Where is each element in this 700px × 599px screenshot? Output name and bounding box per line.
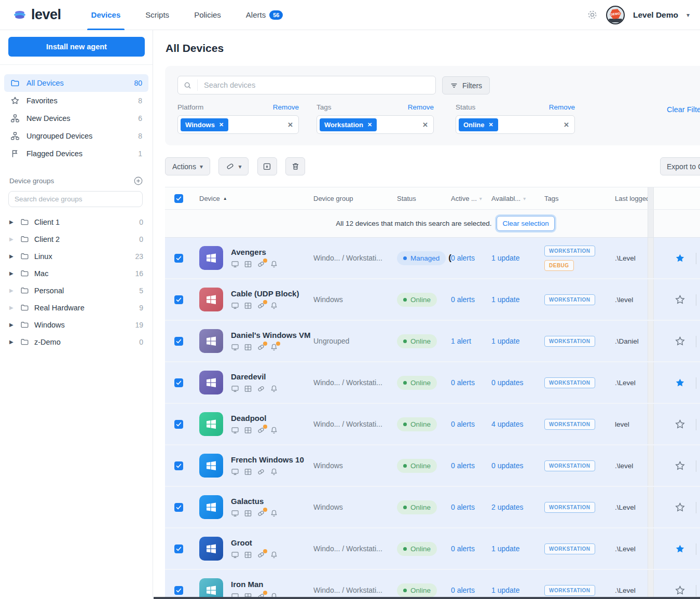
remote-screen-icon[interactable] <box>231 468 239 476</box>
updates-link[interactable]: 1 update <box>491 254 520 262</box>
chip-remove-icon[interactable]: ✕ <box>219 121 224 128</box>
table-row[interactable]: Daredevil Windo... / Workstati... Online… <box>165 362 700 404</box>
clear-select-icon[interactable]: ✕ <box>422 121 428 129</box>
updates-link[interactable]: 4 updates <box>491 420 524 428</box>
select-all-checkbox[interactable] <box>174 194 183 203</box>
alerts-link[interactable]: 0 alerts <box>451 295 475 304</box>
sidebar-item-new-devices[interactable]: New Devices 6 <box>4 110 148 127</box>
table-row[interactable]: Cable (UDP Block) Windows Online( 0 aler… <box>165 279 700 321</box>
updates-link[interactable]: 1 update <box>491 586 520 594</box>
favorite-star-icon[interactable] <box>675 377 685 388</box>
tab-policies[interactable]: Policies <box>194 0 221 30</box>
favorite-star-icon[interactable] <box>675 294 685 305</box>
device-group-item[interactable]: ▶ Windows 19 <box>0 316 153 333</box>
device-name[interactable]: Daredevil <box>231 372 278 381</box>
sidebar-item-flagged-devices[interactable]: Flagged Devices 1 <box>4 145 148 162</box>
row-checkbox[interactable] <box>174 461 183 470</box>
column-device[interactable]: Device <box>199 195 220 202</box>
filters-button[interactable]: Filters <box>442 76 490 94</box>
install-new-agent-button[interactable]: Install new agent <box>8 37 145 57</box>
device-group-item[interactable]: ▶ Client 2 0 <box>0 230 153 248</box>
caret-right-icon[interactable]: ▶ <box>9 288 15 293</box>
device-name[interactable]: Avengers <box>231 248 278 256</box>
alerts-link[interactable]: 0 alerts <box>451 586 475 594</box>
caret-right-icon[interactable]: ▶ <box>9 220 15 225</box>
patch-icon[interactable] <box>257 385 265 393</box>
alerts-link[interactable]: 0 alerts <box>451 544 475 553</box>
column-tags[interactable]: Tags <box>544 195 558 202</box>
favorite-star-icon[interactable] <box>675 419 685 430</box>
group-search-input[interactable] <box>8 191 143 207</box>
table-row[interactable]: Iron Man Windo... / Workstati... Online(… <box>165 570 700 599</box>
tab-devices[interactable]: Devices <box>91 0 121 30</box>
remote-screen-icon[interactable] <box>231 302 239 310</box>
favorite-star-icon[interactable] <box>675 543 685 554</box>
filter-chip[interactable]: Online✕ <box>459 118 498 131</box>
updates-link[interactable]: 0 updates <box>491 378 524 387</box>
sidebar-item-favorites[interactable]: Favorites 8 <box>4 92 148 110</box>
column-active-alerts[interactable]: Active ... <box>451 195 477 202</box>
device-name[interactable]: Groot <box>231 538 278 547</box>
caret-right-icon[interactable]: ▶ <box>9 322 15 328</box>
column-device-group[interactable]: Device group <box>313 195 353 202</box>
chip-remove-icon[interactable]: ✕ <box>367 121 372 128</box>
alerts-bell-icon[interactable] <box>270 551 278 559</box>
alerts-bell-icon[interactable] <box>270 468 278 476</box>
tab-alerts[interactable]: Alerts56 <box>246 0 283 30</box>
device-group-item[interactable]: ▶ Mac 16 <box>0 265 153 282</box>
device-name[interactable]: Deadpool <box>231 414 278 423</box>
alerts-bell-icon[interactable] <box>270 426 278 434</box>
favorite-star-icon[interactable] <box>675 585 685 596</box>
row-checkbox[interactable] <box>174 378 183 387</box>
alerts-bell-icon[interactable] <box>270 343 278 351</box>
table-row[interactable]: Daniel's Windows VM Ungrouped Online( 1 … <box>165 321 700 362</box>
updates-link[interactable]: 1 update <box>491 544 520 553</box>
patch-icon[interactable] <box>257 260 265 268</box>
favorite-star-icon[interactable] <box>675 253 685 264</box>
remove-filter-link[interactable]: Remove <box>549 103 575 111</box>
alerts-link[interactable]: 1 alert <box>451 337 471 345</box>
device-name[interactable]: Daniel's Windows VM <box>231 331 309 339</box>
remote-screen-icon[interactable] <box>231 260 239 268</box>
remote-screen-icon[interactable] <box>231 551 239 559</box>
column-available-updates[interactable]: Availabl... <box>491 195 520 202</box>
alerts-link[interactable]: 0 alerts <box>451 378 475 387</box>
status-select[interactable]: Online✕ ✕ <box>456 115 575 134</box>
edit-tags-button[interactable]: ▾ <box>218 157 249 175</box>
alerts-link[interactable]: 0 alerts <box>451 420 475 428</box>
remove-filter-link[interactable]: Remove <box>273 103 299 111</box>
move-to-group-button[interactable] <box>257 157 277 175</box>
device-group-item[interactable]: ▶ Real Hardware 9 <box>0 299 153 316</box>
device-search-input[interactable] <box>198 81 435 89</box>
patch-icon[interactable] <box>257 468 265 476</box>
column-status[interactable]: Status <box>397 195 416 202</box>
settings-gear-icon[interactable] <box>587 9 598 20</box>
chevron-down-icon[interactable]: ▾ <box>687 11 690 19</box>
user-name[interactable]: Level Demo <box>633 10 678 20</box>
patch-icon[interactable] <box>257 509 265 518</box>
tab-scripts[interactable]: Scripts <box>145 0 169 30</box>
device-group-item[interactable]: ▶ Client 1 0 <box>0 213 153 230</box>
row-checkbox[interactable] <box>174 503 183 512</box>
alerts-bell-icon[interactable] <box>270 385 278 393</box>
alerts-link[interactable]: 0 alerts <box>451 254 475 262</box>
updates-link[interactable]: 1 update <box>491 295 520 304</box>
table-row[interactable]: Galactus Windows Online( 0 alerts 2 upda… <box>165 487 700 528</box>
patch-icon[interactable] <box>257 343 265 351</box>
remote-screen-icon[interactable] <box>231 426 239 434</box>
filter-chip[interactable]: Windows✕ <box>181 118 228 131</box>
sidebar-item-all-devices[interactable]: All Devices 80 <box>4 74 148 92</box>
row-checkbox[interactable] <box>174 420 183 429</box>
level-logo[interactable]: level <box>13 7 61 23</box>
device-group-item[interactable]: ▶ Personal 5 <box>0 282 153 299</box>
table-row[interactable]: Groot Windo... / Workstati... Online( 0 … <box>165 528 700 570</box>
caret-right-icon[interactable]: ▶ <box>9 271 15 276</box>
row-checkbox[interactable] <box>174 295 183 304</box>
clear-select-icon[interactable]: ✕ <box>564 121 569 129</box>
updates-link[interactable]: 0 updates <box>491 461 524 470</box>
add-group-icon[interactable] <box>133 176 143 186</box>
caret-right-icon[interactable]: ▶ <box>9 339 15 345</box>
table-row[interactable]: French Windows 10 Windows Online( 0 aler… <box>165 445 700 487</box>
user-avatar[interactable]: DEMO <box>606 6 625 24</box>
platform-select[interactable]: Windows✕ ✕ <box>177 115 299 134</box>
